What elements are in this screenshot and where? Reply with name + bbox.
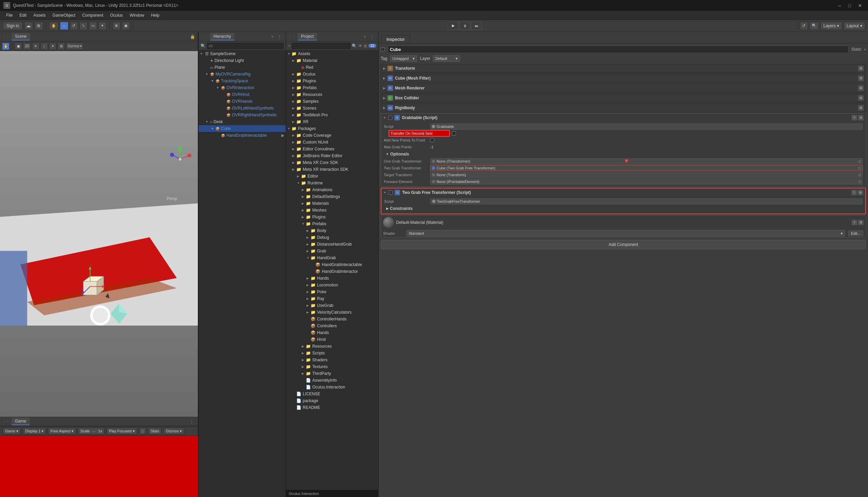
hierarchy-item-ovrrighthand[interactable]: 📦 OVRRightHandSynthetic bbox=[198, 112, 286, 118]
scene-light-btn[interactable]: ☀ bbox=[32, 43, 40, 50]
project-item-metaxrint[interactable]: ▶ 📁 Meta XR Interaction SDK bbox=[286, 166, 378, 173]
grb-onegrab-value[interactable]: None (ITransformer) ⊙ bbox=[430, 158, 863, 164]
project-item-editorcoroutines[interactable]: ▶ 📁 Editor Coroutines bbox=[286, 146, 378, 152]
project-item-jbrider[interactable]: ▶ 📁 JetBrains Rider Editor bbox=[286, 152, 378, 159]
project-eye-icon[interactable]: 👁 bbox=[358, 44, 362, 48]
comp-btn-settings-tgft[interactable]: ⚙ bbox=[858, 190, 863, 195]
project-item-meshes[interactable]: ▶ 📁 Meshes bbox=[286, 207, 378, 214]
project-item-handgrab[interactable]: ▼ 📁 HandGrab bbox=[286, 254, 378, 261]
project-item-shaders[interactable]: ▶ 📁 Shaders bbox=[286, 356, 378, 363]
pivot-button[interactable]: ⊕ bbox=[112, 22, 121, 30]
comp-btn-settings-transform[interactable]: ⚙ bbox=[858, 66, 864, 71]
hierarchy-item-samplescene[interactable]: ▼ 🎬 SampleScene bbox=[198, 50, 286, 57]
menu-window[interactable]: Window bbox=[126, 12, 148, 18]
project-item-oculusinteraction[interactable]: 📄 Oculus.Interaction bbox=[286, 384, 378, 390]
scale-tool[interactable]: ⤡ bbox=[79, 22, 87, 30]
mat-btn-settings[interactable]: ⚙ bbox=[858, 220, 864, 225]
tab-hierarchy[interactable]: Hierarchy bbox=[210, 33, 234, 41]
project-item-red[interactable]: ◉ Red bbox=[286, 64, 378, 71]
game-gizmos-btn[interactable]: Gizmos ▾ bbox=[163, 428, 184, 435]
project-item-oculus[interactable]: ▶ 📁 Oculus bbox=[286, 71, 378, 77]
mat-btn-question[interactable]: ? bbox=[852, 220, 857, 225]
grb-addnew-check[interactable] bbox=[430, 138, 434, 142]
comp-btn-question-tgft[interactable]: ? bbox=[851, 190, 857, 195]
hierarchy-search-input[interactable] bbox=[207, 43, 284, 49]
transform-tool[interactable]: ✦ bbox=[98, 22, 107, 30]
project-item-ray[interactable]: ▶ 📁 Ray bbox=[286, 295, 378, 302]
move-tool[interactable]: ↔ bbox=[60, 22, 68, 30]
grb-transfer-input[interactable] bbox=[388, 130, 450, 137]
comp-header-rb[interactable]: ▶ Rb Rigidbody ⚙ bbox=[381, 104, 866, 112]
tgft-script-value[interactable]: TwoGrabFreeTransformer bbox=[430, 198, 863, 204]
grb-twograb-value[interactable]: Cube (Two Grab Free Transformer) ⊙ bbox=[430, 165, 863, 171]
project-item-samples[interactable]: ▶ 📁 Samples bbox=[286, 98, 378, 105]
undo-history-button[interactable]: ↺ bbox=[800, 22, 808, 30]
hierarchy-item-handgrabinteractable[interactable]: 📦 HandGrabInteractable ▶ bbox=[198, 132, 286, 139]
project-item-controllers[interactable]: 📦 Controllers bbox=[286, 323, 378, 329]
play-button[interactable]: ▶ bbox=[448, 22, 459, 30]
local-global-button[interactable]: ◉ bbox=[122, 22, 130, 30]
hierarchy-item-myovrcamerarig[interactable]: ▼ 📦 MyOVRCameraRig bbox=[198, 71, 286, 77]
comp-header-tgft[interactable]: ▼ S Two Grab Free Transformer (Script) ?… bbox=[381, 188, 865, 197]
hierarchy-item-ovrhands[interactable]: 📦 OVRHands bbox=[198, 98, 286, 105]
scale-control[interactable]: Scale — 1x bbox=[78, 428, 105, 435]
game-resolution-btn[interactable]: □ bbox=[139, 428, 147, 435]
project-item-license[interactable]: 📄 LICENSE bbox=[286, 390, 378, 397]
project-add-icon[interactable]: + bbox=[288, 44, 290, 48]
layout-dropdown[interactable]: Layout ▾ bbox=[843, 22, 865, 30]
project-search-icon[interactable]: 🔍 bbox=[352, 44, 357, 48]
sign-in-button[interactable]: Sign in bbox=[3, 22, 23, 30]
game-dropdown[interactable]: Game ▾ bbox=[3, 428, 21, 435]
shader-edit-btn[interactable]: Edit... bbox=[848, 230, 864, 237]
layers-dropdown[interactable]: Layers ▾ bbox=[820, 22, 842, 30]
project-item-textures[interactable]: ▶ 📁 Textures bbox=[286, 363, 378, 370]
hierarchy-item-plane[interactable]: ▭ Plane bbox=[198, 64, 286, 71]
project-item-animations[interactable]: ▶ 📁 Animations bbox=[286, 186, 378, 193]
project-item-thirdparty[interactable]: ▶ 📁 ThirdParty bbox=[286, 370, 378, 377]
tab-project[interactable]: Project bbox=[298, 33, 317, 41]
game-panel-more[interactable]: ⋮ bbox=[188, 419, 195, 424]
project-item-resources3[interactable]: ▶ 📁 Resources bbox=[286, 343, 378, 350]
scene-grid-btn[interactable]: ⊞ bbox=[57, 43, 65, 50]
project-item-prefabs3[interactable]: ▼ 📁 Prefabs bbox=[286, 221, 378, 227]
display-dropdown[interactable]: Display 1 ▾ bbox=[23, 428, 46, 435]
project-item-locomotion[interactable]: ▶ 📁 Locomotion bbox=[286, 282, 378, 288]
project-item-package[interactable]: 📄 package bbox=[286, 397, 378, 404]
project-more-btn[interactable]: ⋮ bbox=[369, 34, 376, 39]
project-item-velocitycalc[interactable]: ▶ 📁 VelocityCalculators bbox=[286, 309, 378, 316]
close-button[interactable]: ✕ bbox=[855, 2, 865, 9]
scene-viewport[interactable]: Persp bbox=[0, 51, 198, 417]
hierarchy-more-btn[interactable]: ⋮ bbox=[276, 34, 283, 39]
pause-button[interactable]: ⏸ bbox=[459, 22, 470, 30]
menu-gameobject[interactable]: GameObject bbox=[49, 12, 79, 18]
scene-drag-handle[interactable]: ⋮⋮ bbox=[3, 35, 10, 39]
project-item-plugins[interactable]: ▶ 📁 Plugins bbox=[286, 77, 378, 84]
project-item-plugins3[interactable]: ▶ 📁 Plugins bbox=[286, 214, 378, 221]
tab-game[interactable]: Game bbox=[12, 418, 30, 425]
project-item-usegrab[interactable]: ▶ 📁 UseGrab bbox=[286, 302, 378, 309]
rotate-tool[interactable]: ↺ bbox=[70, 22, 78, 30]
project-item-codecoverage[interactable]: ▶ 📁 Code Coverage bbox=[286, 132, 378, 139]
layer-dropdown[interactable]: Default ▾ bbox=[433, 55, 460, 62]
project-item-material[interactable]: ▶ 📁 Material bbox=[286, 57, 378, 64]
hierarchy-drag-handle[interactable]: ⋮⋮ bbox=[201, 35, 208, 39]
game-drag-handle[interactable]: ⋮⋮ bbox=[3, 420, 10, 423]
aspect-dropdown[interactable]: Free Aspect ▾ bbox=[48, 428, 76, 435]
project-item-assemblyinfo[interactable]: 📄 AssemblyInfo bbox=[286, 377, 378, 384]
project-item-assets[interactable]: ▼ 📁 Assets bbox=[286, 50, 378, 57]
cloud-button[interactable]: ☁ bbox=[24, 22, 33, 30]
comp-header-meshfilter[interactable]: ▶ M Cube (Mesh Filter) ⚙ bbox=[381, 74, 866, 82]
project-item-metaxrcore[interactable]: ▶ 📁 Meta XR Core SDK bbox=[286, 159, 378, 166]
hierarchy-item-ovrhmd[interactable]: 📦 OVRHmd bbox=[198, 91, 286, 98]
comp-header-grb[interactable]: ▼ S Grabbable (Script) ? ⚙ bbox=[381, 114, 866, 122]
object-active-checkbox[interactable] bbox=[381, 47, 385, 51]
project-item-debug[interactable]: ▶ 📁 Debug bbox=[286, 234, 378, 241]
menu-assets[interactable]: Assets bbox=[30, 12, 49, 18]
step-button[interactable]: ⏭ bbox=[471, 22, 482, 30]
project-item-hands[interactable]: ▶ 📁 Hands bbox=[286, 275, 378, 282]
hierarchy-item-ovrinteraction[interactable]: ▼ 📦 OVRInteraction bbox=[198, 84, 286, 91]
minimize-button[interactable]: ─ bbox=[835, 2, 844, 9]
hierarchy-add-btn[interactable]: + bbox=[270, 34, 275, 39]
menu-oculus[interactable]: Oculus bbox=[107, 12, 126, 18]
shader-dropdown[interactable]: Standard ▾ bbox=[406, 230, 845, 237]
